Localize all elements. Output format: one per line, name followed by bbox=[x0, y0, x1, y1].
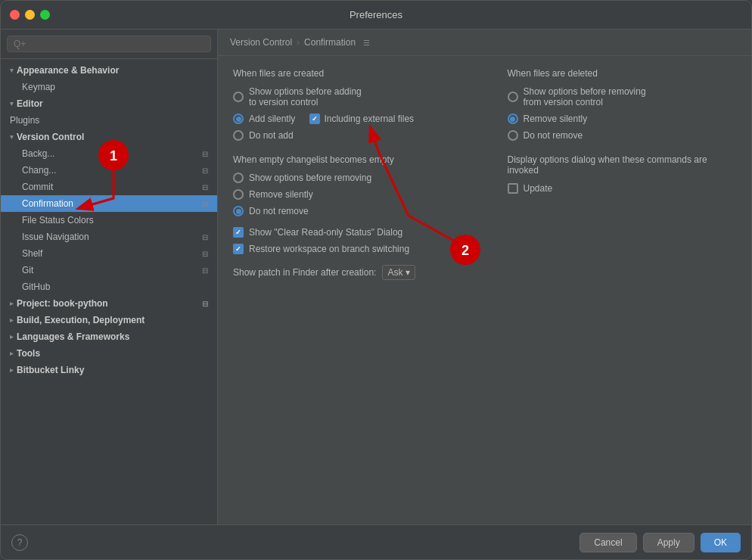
radio-do-not-add-input[interactable] bbox=[233, 130, 244, 141]
files-deleted-title: When files are deleted bbox=[508, 68, 737, 79]
check-show-clear-readonly-input[interactable] bbox=[233, 227, 244, 238]
radio-remove-silently-cl[interactable]: Remove silently bbox=[233, 189, 462, 200]
settings-icon: ⊟ bbox=[202, 233, 208, 241]
sidebar-item-plugins[interactable]: Plugins bbox=[1, 112, 217, 129]
radio-add-silently-input[interactable] bbox=[233, 114, 244, 124]
footer: ? Cancel Apply OK bbox=[1, 524, 751, 559]
sidebar-item-build[interactable]: ▸ Build, Execution, Deployment bbox=[1, 312, 217, 328]
chevron-icon: ▸ bbox=[10, 316, 14, 324]
check-update-input[interactable] bbox=[508, 183, 518, 194]
sidebar-item-confirmation[interactable]: Confirmation ⊟ bbox=[1, 195, 217, 212]
traffic-lights bbox=[10, 10, 50, 20]
settings-panel: When files are created Show options befo… bbox=[218, 56, 751, 524]
sidebar-item-issue-navigation[interactable]: Issue Navigation ⊟ bbox=[1, 229, 217, 245]
check-restore-workspace-input[interactable] bbox=[233, 244, 244, 254]
show-patch-select[interactable]: Ask ▾ bbox=[382, 265, 415, 280]
radio-do-not-remove-cl-input[interactable] bbox=[233, 206, 244, 216]
chevron-icon: ▾ bbox=[10, 133, 14, 141]
sidebar-item-project[interactable]: ▸ Project: book-python ⊟ bbox=[1, 295, 217, 312]
settings-icon: ⊟ bbox=[202, 300, 208, 308]
settings-icon: ⊟ bbox=[202, 266, 208, 275]
including-external-checkbox[interactable] bbox=[309, 114, 320, 124]
radio-show-options-add-input[interactable] bbox=[233, 92, 244, 102]
radio-add-silently[interactable]: Add silently Including external files bbox=[233, 114, 462, 124]
search-input[interactable] bbox=[7, 36, 211, 52]
radio-show-options-remove[interactable]: Show options before removing from versio… bbox=[508, 86, 737, 107]
window-title: Preferences bbox=[350, 9, 402, 20]
including-external-checkbox-row: Including external files bbox=[309, 114, 414, 124]
settings-icon: ⊟ bbox=[202, 200, 208, 208]
maximize-button[interactable] bbox=[40, 10, 50, 20]
sidebar: ▾ Appearance & Behavior Keymap ▾ Editor … bbox=[1, 30, 218, 524]
chevron-icon: ▾ bbox=[10, 100, 14, 107]
sidebar-item-languages[interactable]: ▸ Languages & Frameworks bbox=[1, 328, 217, 345]
radio-remove-silently[interactable]: Remove silently bbox=[508, 114, 737, 124]
cancel-button[interactable]: Cancel bbox=[580, 533, 636, 552]
content-panel: Version Control › Confirmation ☰ When fi… bbox=[218, 30, 751, 524]
empty-changelist-options: Show options before removing Remove sile… bbox=[233, 173, 462, 216]
settings-icon: ⊟ bbox=[202, 183, 208, 191]
sidebar-item-commit[interactable]: Commit ⊟ bbox=[1, 179, 217, 195]
radio-do-not-remove-input[interactable] bbox=[508, 130, 518, 141]
breadcrumb: Version Control › Confirmation ☰ bbox=[218, 30, 751, 56]
files-deleted-options: Show options before removing from versio… bbox=[508, 86, 737, 141]
breadcrumb-part-2: Confirmation bbox=[304, 37, 356, 48]
minimize-button[interactable] bbox=[25, 10, 35, 20]
radio-do-not-remove-cl[interactable]: Do not remove bbox=[233, 206, 462, 216]
settings-icon: ⊟ bbox=[202, 150, 208, 158]
empty-changelist-title: When empty changelist becomes empty bbox=[233, 154, 462, 165]
ok-button[interactable]: OK bbox=[701, 533, 741, 552]
files-created-options: Show options before adding to version co… bbox=[233, 86, 462, 141]
chevron-down-icon: ▾ bbox=[406, 267, 410, 278]
display-options: Update bbox=[508, 183, 737, 194]
sidebar-item-git[interactable]: Git ⊟ bbox=[1, 262, 217, 278]
radio-show-options-add[interactable]: Show options before adding to version co… bbox=[233, 86, 462, 107]
bottom-options: Show "Clear Read-only Status" Dialog Res… bbox=[233, 227, 462, 254]
chevron-icon: ▸ bbox=[10, 300, 14, 307]
radio-show-options-remove-input[interactable] bbox=[508, 92, 518, 102]
chevron-icon: ▸ bbox=[10, 350, 14, 357]
nav-tree: ▾ Appearance & Behavior Keymap ▾ Editor … bbox=[1, 59, 217, 524]
files-created-title: When files are created bbox=[233, 68, 462, 79]
check-restore-workspace[interactable]: Restore workspace on branch switching bbox=[233, 244, 462, 254]
sidebar-item-shelf[interactable]: Shelf ⊟ bbox=[1, 245, 217, 262]
sidebar-item-bitbucket[interactable]: ▸ Bitbucket Linky bbox=[1, 362, 217, 378]
apply-button[interactable]: Apply bbox=[643, 533, 695, 552]
radio-do-not-add[interactable]: Do not add bbox=[233, 130, 462, 141]
close-button[interactable] bbox=[10, 10, 20, 20]
radio-do-not-remove[interactable]: Do not remove bbox=[508, 130, 737, 141]
radio-remove-silently-cl-input[interactable] bbox=[233, 189, 244, 200]
check-show-clear-readonly[interactable]: Show "Clear Read-only Status" Dialog bbox=[233, 227, 462, 238]
radio-show-options-removing-input[interactable] bbox=[233, 173, 244, 183]
sidebar-item-background[interactable]: Backg... ⊟ bbox=[1, 145, 217, 162]
files-created-section: When files are created Show options befo… bbox=[233, 68, 462, 280]
sidebar-item-editor[interactable]: ▾ Editor bbox=[1, 95, 217, 112]
chevron-icon: ▸ bbox=[10, 333, 14, 341]
sidebar-item-keymap[interactable]: Keymap bbox=[1, 79, 217, 95]
files-deleted-section: When files are deleted Show options befo… bbox=[508, 68, 737, 280]
breadcrumb-part-1: Version Control bbox=[230, 37, 292, 48]
titlebar: Preferences bbox=[1, 1, 751, 30]
sidebar-item-github[interactable]: GitHub bbox=[1, 278, 217, 295]
settings-icon: ⊟ bbox=[202, 250, 208, 258]
sidebar-item-file-status-colors[interactable]: File Status Colors bbox=[1, 212, 217, 229]
show-patch-row: Show patch in Finder after creation: Ask… bbox=[233, 265, 462, 280]
radio-show-options-removing[interactable]: Show options before removing bbox=[233, 173, 462, 183]
search-box bbox=[1, 30, 217, 59]
display-options-title: Display options dialog when these comman… bbox=[508, 154, 737, 176]
sidebar-item-appearance[interactable]: ▾ Appearance & Behavior bbox=[1, 62, 217, 79]
chevron-icon: ▾ bbox=[10, 67, 14, 74]
settings-icon: ⊟ bbox=[202, 166, 208, 175]
check-update[interactable]: Update bbox=[508, 183, 737, 194]
breadcrumb-menu-icon: ☰ bbox=[363, 39, 370, 47]
sidebar-item-version-control[interactable]: ▾ Version Control bbox=[1, 129, 217, 145]
sidebar-item-tools[interactable]: ▸ Tools bbox=[1, 345, 217, 362]
footer-buttons: Cancel Apply OK bbox=[580, 533, 741, 552]
chevron-icon: ▸ bbox=[10, 366, 14, 374]
help-button[interactable]: ? bbox=[11, 534, 28, 551]
sidebar-item-changelists[interactable]: Chang... ⊟ bbox=[1, 162, 217, 179]
breadcrumb-separator: › bbox=[297, 37, 300, 48]
radio-remove-silently-input[interactable] bbox=[508, 114, 518, 124]
